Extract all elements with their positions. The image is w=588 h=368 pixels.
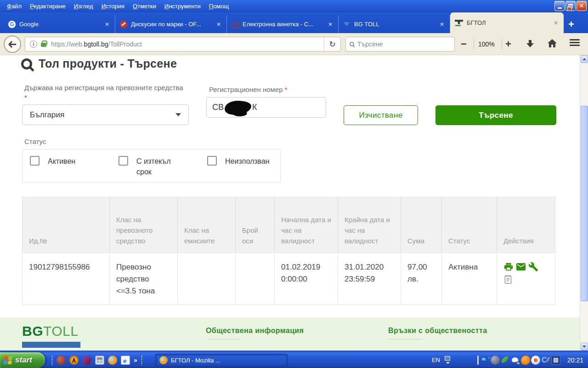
menu-edit[interactable]: Редактиране <box>26 1 70 12</box>
scroll-down-icon <box>582 345 586 348</box>
hamburger-menu-button[interactable] <box>570 39 580 47</box>
tray-icons: C <box>477 356 560 365</box>
regnum-value-end: К <box>252 103 257 112</box>
checkbox-icon[interactable] <box>119 156 128 166</box>
start-button[interactable]: start <box>0 352 45 368</box>
tab-forum[interactable]: Дискусии по марки - OF... ✕ <box>115 15 227 33</box>
taskbar-window-title: БГТОЛ - Mozilla ... <box>171 357 220 364</box>
scroll-up-button[interactable] <box>581 55 588 63</box>
back-button[interactable] <box>4 35 21 53</box>
checkbox-unused[interactable]: Неизползван <box>207 156 269 167</box>
home-button[interactable] <box>547 38 558 50</box>
search-button[interactable]: Търсене <box>435 105 556 125</box>
tab-bgtoll[interactable]: BG TOLL ✕ <box>339 15 450 33</box>
tab-google[interactable]: G Google ✕ <box>4 15 115 33</box>
menu-history[interactable]: История <box>97 1 129 12</box>
google-favicon-icon: G <box>8 21 16 28</box>
country-select[interactable]: България <box>22 104 189 125</box>
bgtoll-faint-favicon-icon <box>343 21 351 28</box>
info-icon[interactable] <box>30 40 37 48</box>
tray-icon[interactable] <box>477 356 480 365</box>
vertical-scrollbar[interactable] <box>580 55 588 351</box>
language-indicator[interactable]: EN <box>432 356 440 363</box>
url-bar[interactable]: https://web.bgtoll.bg/TollProduct ↻ <box>25 37 341 52</box>
checkbox-expired[interactable]: С изтекъл срок <box>119 156 181 177</box>
tab-close-icon[interactable]: ✕ <box>439 20 445 29</box>
menu-tools[interactable]: Инструменти <box>160 1 205 12</box>
forum-favicon-icon <box>120 21 127 28</box>
col-amount: Сума <box>401 196 442 254</box>
results-table: Ид.№ Клас на превозното средство Клас на… <box>22 196 555 305</box>
tray-icon[interactable]: C <box>541 356 550 365</box>
tab-close-icon[interactable]: ✕ <box>327 20 334 29</box>
tab-close-icon[interactable]: ✕ <box>104 20 110 29</box>
col-actions: Действия <box>497 196 555 254</box>
tray-icon[interactable] <box>501 356 510 365</box>
clear-button[interactable]: Изчистване <box>344 105 418 125</box>
zoom-out-button[interactable]: − <box>461 37 467 52</box>
cell-valid-from: 01.02.2019 0:00:00 <box>275 254 338 305</box>
menu-bar: Файл Редактиране Изглед История Отметки … <box>0 0 588 12</box>
scroll-up-icon <box>582 58 586 60</box>
quick-launch-icon[interactable] <box>95 356 104 365</box>
menu-bookmarks[interactable]: Отметки <box>129 1 160 12</box>
scroll-down-button[interactable] <box>581 343 588 351</box>
keyboard-layout-icon[interactable] <box>445 356 450 361</box>
country-value: България <box>30 110 64 120</box>
close-button[interactable]: ✕ <box>577 1 587 11</box>
quick-launch-overflow-chevron[interactable]: » <box>134 356 137 364</box>
zoom-in-button[interactable]: + <box>505 37 511 52</box>
tab-close-icon[interactable]: ✕ <box>553 19 559 27</box>
menu-view[interactable]: Изглед <box>70 1 97 12</box>
cell-emission-class <box>178 254 236 305</box>
taskbar-clock: 20:21 <box>567 356 583 364</box>
checkbox-label: Активен <box>48 156 75 167</box>
tray-icon[interactable] <box>491 356 500 365</box>
menu-file[interactable]: Файл <box>3 1 26 12</box>
tray-icon-network[interactable] <box>481 356 490 365</box>
tab-title: Дискусии по марки - OF... <box>131 21 212 28</box>
quick-launch-icon[interactable]: e <box>121 356 130 365</box>
wrench-action-icon[interactable] <box>528 262 538 272</box>
receipt-action-icon[interactable] <box>503 274 513 284</box>
taskbar-window-button[interactable]: БГТОЛ - Mozilla ... <box>155 354 288 367</box>
col-status: Статус <box>442 196 497 254</box>
action-icons <box>503 261 543 284</box>
tray-icon[interactable] <box>511 356 520 365</box>
reload-button[interactable]: ↻ <box>324 37 340 51</box>
search-input[interactable]: Търсене <box>345 37 455 52</box>
restore-button[interactable] <box>565 1 576 11</box>
menu-help[interactable]: Помощ <box>205 1 233 12</box>
divider <box>474 39 474 50</box>
bgtoll-logo: BGTOLL <box>22 323 79 339</box>
footer-link-public-info[interactable]: Обществена информация <box>206 327 304 339</box>
tray-icon[interactable] <box>521 356 530 365</box>
regnum-input[interactable]: СВ К <box>206 97 326 118</box>
quick-launch-icon[interactable] <box>69 356 79 365</box>
footer-link-public-relations[interactable]: Връзки с обществеността <box>388 327 487 339</box>
checkbox-icon[interactable] <box>207 156 217 166</box>
new-tab-button[interactable]: + <box>564 18 579 33</box>
toolbar-grip[interactable] <box>51 355 53 365</box>
print-action-icon[interactable] <box>503 262 514 272</box>
tab-vignette[interactable]: Електронна винетка - С... ✕ <box>227 15 339 33</box>
tab-close-icon[interactable]: ✕ <box>215 20 222 29</box>
required-asterisk: * <box>24 93 27 101</box>
tab-bgtol-active[interactable]: БГТОЛ ✕ <box>450 12 564 33</box>
toolbar-grip[interactable] <box>141 355 142 365</box>
table-header-row: Ид.№ Клас на превозното средство Клас на… <box>23 196 555 254</box>
tray-icon[interactable] <box>531 356 540 365</box>
checkbox-active[interactable]: Активен <box>30 156 75 167</box>
regnum-value-start: СВ <box>212 103 224 112</box>
quick-launch-icon[interactable] <box>82 356 91 365</box>
quick-launch-icon-firefox[interactable] <box>108 356 117 365</box>
minimize-button[interactable] <box>554 1 565 11</box>
tray-icon[interactable] <box>551 356 560 365</box>
url-text: https://web.bgtoll.bg/TollProduct <box>51 40 142 48</box>
scrollbar-thumb[interactable] <box>581 106 588 301</box>
checkbox-icon[interactable] <box>30 156 40 166</box>
email-action-icon[interactable] <box>515 261 526 272</box>
quick-launch-icon[interactable] <box>57 356 66 365</box>
col-valid-from: Начална дата и час на валидност <box>275 196 338 254</box>
close-icon: ✕ <box>579 1 584 11</box>
